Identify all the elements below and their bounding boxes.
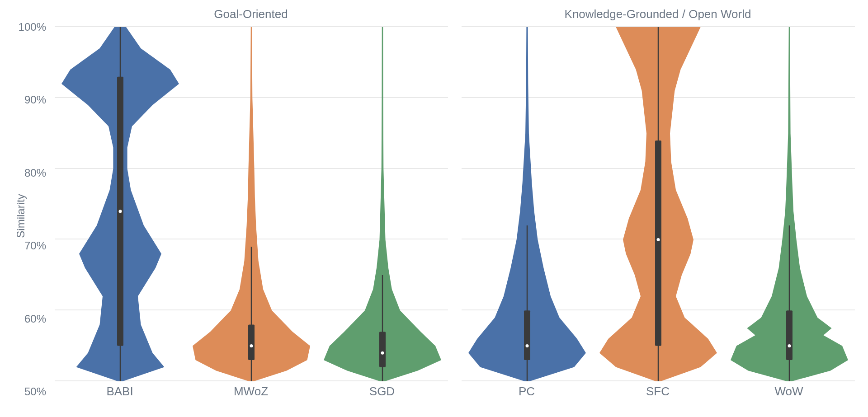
- svg-point-17: [788, 344, 791, 347]
- svg-rect-7: [379, 332, 386, 367]
- panel-title: Knowledge-Grounded / Open World: [461, 7, 854, 21]
- svg-point-8: [381, 351, 384, 355]
- plot-left: [54, 27, 448, 381]
- y-axis-title: Similarity: [14, 194, 27, 238]
- y-tick-label: 90%: [24, 94, 46, 106]
- chart-area: Goal-Oriented BABI MWoZ SGD Knowledge-Gr…: [54, 9, 859, 398]
- y-tick-label: 50%: [24, 385, 46, 398]
- violin-wow: [462, 27, 855, 381]
- violin-sgd: [55, 27, 448, 381]
- y-tick-label: 80%: [24, 167, 46, 179]
- panel-goal-oriented: Goal-Oriented BABI MWoZ SGD: [54, 9, 448, 398]
- panel-knowledge-grounded: Knowledge-Grounded / Open World PC SFC W…: [461, 9, 854, 398]
- y-tick-label: 60%: [24, 313, 46, 325]
- plot-right: [461, 27, 855, 381]
- panel-title: Goal-Oriented: [54, 7, 448, 21]
- x-tick-label: SGD: [369, 384, 395, 398]
- x-tick-label: SFC: [646, 384, 670, 398]
- y-axis: Similarity 50% 60% 70% 80% 90% 100%: [18, 27, 50, 392]
- y-tick-label: 70%: [24, 239, 46, 252]
- x-tick-label: WoW: [774, 384, 803, 398]
- x-tick-label: BABI: [106, 384, 133, 398]
- y-tick-label: 100%: [19, 21, 46, 33]
- x-tick-label: PC: [519, 384, 535, 398]
- svg-rect-16: [786, 310, 793, 360]
- x-tick-label: MWoZ: [234, 384, 268, 398]
